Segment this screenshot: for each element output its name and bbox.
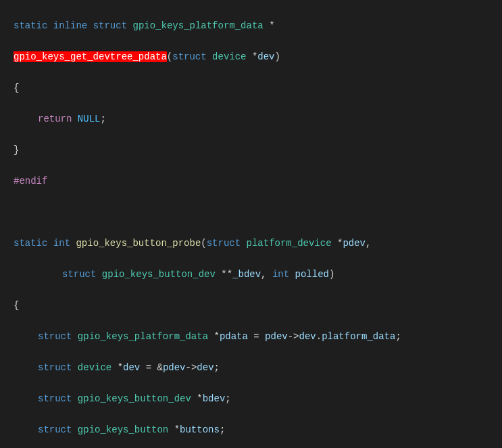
variable: platform_data xyxy=(322,331,395,342)
keyword: struct xyxy=(38,362,72,373)
type-name: device xyxy=(78,362,111,373)
type-name: platform_device xyxy=(247,238,332,249)
operator: * xyxy=(118,362,123,373)
operator: ** xyxy=(221,269,232,280)
semicolon: ; xyxy=(214,362,220,373)
operator: * xyxy=(214,331,219,342)
operator: = xyxy=(146,362,151,373)
code-line: struct gpio_keys_platform_data *pdata = … xyxy=(14,329,502,345)
type-name: gpio_keys_platform_data xyxy=(132,20,263,31)
paren: ( xyxy=(201,238,206,249)
paren: ) xyxy=(275,51,280,62)
keyword: struct xyxy=(172,51,206,62)
constant: NULL xyxy=(78,114,101,124)
code-line: #endif xyxy=(14,174,502,189)
keyword: int xyxy=(272,269,289,280)
keyword: inline xyxy=(53,20,87,31)
comma: , xyxy=(261,269,266,280)
code-line: struct gpio_keys_button_dev **_bdev, int… xyxy=(14,267,502,282)
code-line: static inline struct gpio_keys_platform_… xyxy=(14,18,502,34)
type-name: gpio_keys_button xyxy=(78,424,168,435)
operator: * xyxy=(197,393,202,404)
variable: dev xyxy=(299,331,316,342)
paren: ( xyxy=(167,51,172,62)
variable: pdev xyxy=(163,362,186,373)
code-editor[interactable]: static inline struct gpio_keys_platform_… xyxy=(0,0,502,448)
keyword: struct xyxy=(62,269,96,280)
search-highlight: gpio_keys_get_devtree_pdata xyxy=(14,51,167,62)
variable: dev xyxy=(123,362,140,373)
paren: ) xyxy=(329,269,334,280)
code-line: } xyxy=(14,143,502,158)
variable: pdata xyxy=(220,331,248,342)
variable: pdev xyxy=(265,331,288,342)
variable: dev xyxy=(197,362,214,373)
code-line: { xyxy=(14,80,502,96)
operator: * xyxy=(174,424,180,435)
keyword: struct xyxy=(38,424,72,435)
keyword: int xyxy=(53,238,70,249)
keyword: struct xyxy=(207,238,241,249)
operator: -> xyxy=(288,331,299,342)
operator: = xyxy=(253,331,259,342)
preprocessor: #endif xyxy=(14,176,47,186)
semicolon: ; xyxy=(220,424,225,435)
variable: _bdev xyxy=(232,269,261,280)
type-name: gpio_keys_button_dev xyxy=(78,393,191,404)
function-name: gpio_keys_button_probe xyxy=(76,238,201,249)
semicolon: ; xyxy=(225,393,230,404)
keyword: struct xyxy=(38,393,72,404)
code-line: static int gpio_keys_button_probe(struct… xyxy=(14,236,502,251)
code-line: struct gpio_keys_button *buttons; xyxy=(14,422,502,438)
keyword: struct xyxy=(93,20,127,31)
brace: { xyxy=(14,300,19,311)
type-name: gpio_keys_platform_data xyxy=(78,331,208,342)
semicolon: ; xyxy=(100,114,105,124)
variable: pdev xyxy=(343,238,366,249)
type-name: gpio_keys_button_dev xyxy=(102,269,216,280)
keyword: static xyxy=(14,238,47,249)
keyword: return xyxy=(38,114,72,124)
operator: * xyxy=(269,20,274,31)
code-line: gpio_keys_get_devtree_pdata(struct devic… xyxy=(14,49,502,65)
variable: dev xyxy=(257,51,274,62)
keyword: struct xyxy=(38,331,72,342)
code-line: return NULL; xyxy=(14,111,502,127)
keyword: static xyxy=(14,20,47,31)
code-line: struct gpio_keys_button_dev *bdev; xyxy=(14,391,502,407)
brace: { xyxy=(14,82,19,93)
code-line xyxy=(14,205,502,220)
variable: polled xyxy=(295,269,329,280)
variable: buttons xyxy=(180,424,220,435)
operator: . xyxy=(316,331,322,342)
variable: bdev xyxy=(203,393,226,404)
code-line: { xyxy=(14,298,502,314)
code-line: struct device *dev = &pdev->dev; xyxy=(14,360,502,376)
operator: -> xyxy=(186,362,197,373)
brace: } xyxy=(14,145,19,155)
comma: , xyxy=(366,238,371,249)
semicolon: ; xyxy=(395,331,401,342)
type-name: device xyxy=(212,51,246,62)
operator: & xyxy=(157,362,163,373)
